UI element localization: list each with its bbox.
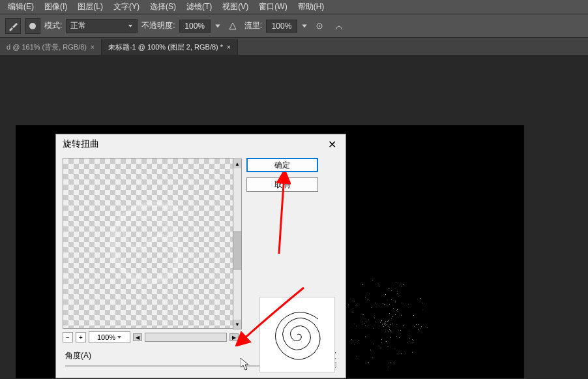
scroll-down-icon[interactable]: ▼ xyxy=(233,320,241,329)
dialog-titlebar[interactable]: 旋转扭曲 ✕ xyxy=(56,134,345,154)
angle-label: 角度(A) xyxy=(65,350,91,361)
tab-document-2[interactable]: 未标题-1 @ 100% (图层 2, RGB/8) * × xyxy=(102,39,238,55)
menu-filter[interactable]: 滤镜(T) xyxy=(181,1,217,12)
ok-button[interactable]: 确定 xyxy=(246,158,318,172)
menu-select[interactable]: 选择(S) xyxy=(145,1,181,12)
opacity-chevron-icon[interactable] xyxy=(214,23,221,29)
spiral-effect-preview xyxy=(259,297,335,372)
zoom-out-button[interactable]: − xyxy=(63,332,73,342)
airbrush-icon[interactable] xyxy=(312,18,327,34)
zoom-in-button[interactable]: + xyxy=(76,332,86,342)
chevron-down-icon xyxy=(117,335,122,340)
menu-edit[interactable]: 编辑(E) xyxy=(3,1,39,12)
flow-chevron-icon[interactable] xyxy=(301,23,308,29)
tab-label: 未标题-1 @ 100% (图层 2, RGB/8) * xyxy=(108,42,223,52)
svg-point-0 xyxy=(29,23,36,29)
mode-value: 正常 xyxy=(70,20,86,31)
menu-window[interactable]: 窗口(W) xyxy=(254,1,292,12)
chevron-down-icon xyxy=(128,23,133,29)
preview-panel: ▲ ▼ − + 100% ◀ ▶ xyxy=(63,158,239,343)
menu-help[interactable]: 帮助(H) xyxy=(293,1,330,12)
tab-document-1[interactable]: d @ 161% (背景, RGB/8) × xyxy=(0,39,102,55)
menu-layer[interactable]: 图层(L) xyxy=(72,1,108,12)
filter-preview[interactable]: ▲ ▼ xyxy=(63,158,233,329)
menu-image[interactable]: 图像(I) xyxy=(39,1,72,12)
document-tabbar: d @ 161% (背景, RGB/8) × 未标题-1 @ 100% (图层 … xyxy=(0,38,588,55)
spiral-icon xyxy=(265,302,330,367)
tab-close-icon[interactable]: × xyxy=(91,44,95,51)
close-icon[interactable]: ✕ xyxy=(325,138,339,151)
preview-zoom-controls: − + 100% ◀ ▶ xyxy=(63,331,239,343)
tab-close-icon[interactable]: × xyxy=(227,44,231,51)
flow-input[interactable]: 100% xyxy=(266,20,297,33)
opacity-input[interactable]: 100% xyxy=(179,20,211,33)
hscroll-left-icon[interactable]: ◀ xyxy=(133,333,142,341)
twirl-dialog: 旋转扭曲 ✕ ▲ ▼ − + 100% xyxy=(55,134,346,378)
options-toolbar: 模式: 正常 不透明度: 100% 流里: 100% xyxy=(0,14,588,38)
dialog-title: 旋转扭曲 xyxy=(63,138,99,150)
preview-hscrollbar[interactable] xyxy=(145,333,227,342)
tool-brush-icon[interactable] xyxy=(5,18,21,34)
preview-vscrollbar[interactable]: ▲ ▼ xyxy=(233,159,242,329)
mode-select[interactable]: 正常 xyxy=(66,19,138,33)
tool-brush-preset-icon[interactable] xyxy=(25,18,40,34)
menu-text[interactable]: 文字(Y) xyxy=(108,1,145,12)
pressure-size-icon[interactable] xyxy=(331,18,347,34)
cancel-button[interactable]: 取消 xyxy=(246,177,318,192)
tab-label: d @ 161% (背景, RGB/8) xyxy=(7,42,87,52)
pressure-opacity-icon[interactable] xyxy=(225,18,241,34)
scroll-up-icon[interactable]: ▲ xyxy=(233,159,241,168)
zoom-level-select[interactable]: 100% xyxy=(89,331,130,343)
scroll-thumb[interactable] xyxy=(233,231,241,270)
menu-view[interactable]: 视图(V) xyxy=(217,1,254,12)
swirl-preview-icon xyxy=(83,178,213,309)
mode-label: 模式: xyxy=(44,20,62,31)
hscroll-right-icon[interactable]: ▶ xyxy=(229,333,239,341)
svg-point-2 xyxy=(319,25,320,27)
flow-label: 流里: xyxy=(244,20,262,31)
opacity-label: 不透明度: xyxy=(141,20,175,31)
menubar: 编辑(E) 图像(I) 图层(L) 文字(Y) 选择(S) 滤镜(T) 视图(V… xyxy=(0,0,588,14)
